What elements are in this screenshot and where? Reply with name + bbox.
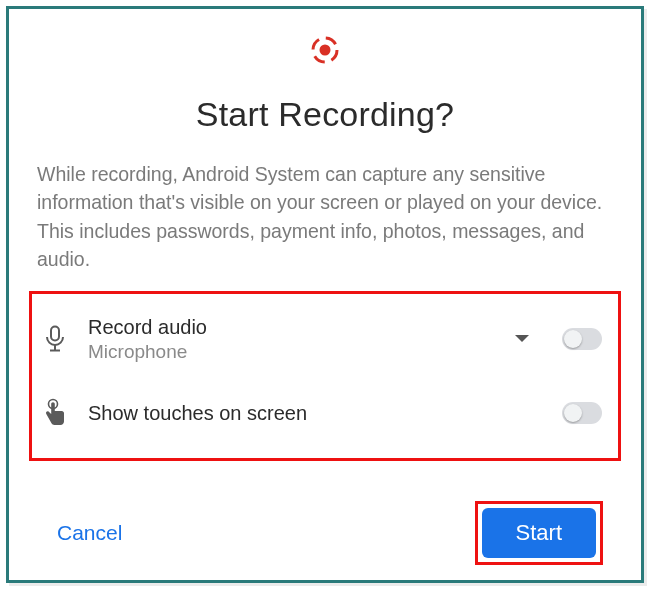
record-audio-text: Record audio Microphone — [88, 314, 496, 365]
dialog-title: Start Recording? — [37, 95, 613, 134]
chevron-down-icon[interactable] — [514, 330, 530, 348]
record-icon-wrap — [37, 35, 613, 69]
show-touches-toggle[interactable] — [562, 402, 602, 424]
dialog-frame: Start Recording? While recording, Androi… — [6, 6, 644, 583]
svg-rect-2 — [51, 327, 59, 341]
cancel-button[interactable]: Cancel — [47, 515, 132, 551]
record-audio-row[interactable]: Record audio Microphone — [40, 302, 602, 376]
show-touches-text: Show touches on screen — [88, 400, 544, 426]
record-icon — [310, 35, 340, 69]
start-button[interactable]: Start — [482, 508, 596, 558]
options-highlight-box: Record audio Microphone Show touches on … — [29, 291, 621, 461]
touch-icon — [40, 398, 70, 428]
svg-point-1 — [320, 45, 331, 56]
record-audio-label: Record audio — [88, 314, 496, 340]
start-highlight-box: Start — [475, 501, 603, 565]
microphone-icon — [40, 325, 70, 353]
record-audio-subtitle: Microphone — [88, 340, 496, 365]
record-audio-toggle[interactable] — [562, 328, 602, 350]
dialog-actions: Cancel Start — [37, 501, 613, 565]
show-touches-row[interactable]: Show touches on screen — [40, 376, 602, 450]
dialog-description: While recording, Android System can capt… — [37, 160, 613, 273]
show-touches-label: Show touches on screen — [88, 400, 544, 426]
